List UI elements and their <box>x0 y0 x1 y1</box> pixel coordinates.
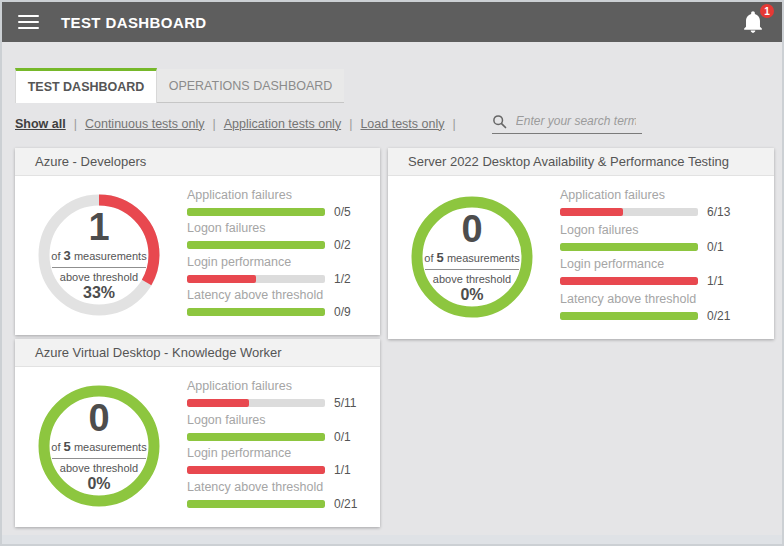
metric-row: Latency above threshold 0/21 <box>187 480 357 511</box>
tab-test-dashboard[interactable]: TEST DASHBOARD <box>15 68 157 103</box>
metric-bar <box>187 500 325 508</box>
metric-row: Logon failures 0/2 <box>187 221 354 252</box>
bottom-strip <box>2 535 782 544</box>
tab-operations-dashboard[interactable]: OPERATIONS DASHBOARD <box>157 69 344 103</box>
donut-chart: 0 of 5 measurements above threshold 0% <box>23 375 175 517</box>
metric-label: Application failures <box>187 188 354 202</box>
metric-bar <box>560 277 698 285</box>
topbar: TEST DASHBOARD 1 <box>2 2 782 42</box>
notification-count-badge: 1 <box>760 4 774 18</box>
metric-label: Logon failures <box>187 221 354 235</box>
metric-row: Latency above threshold 0/9 <box>187 288 354 319</box>
filter-continuous-tests[interactable]: Continuous tests only <box>85 117 205 131</box>
filter-separator: | <box>453 117 456 131</box>
test-card-azure-developers[interactable]: Azure - Developers 1 of 3 measurements a… <box>15 148 380 335</box>
metric-row: Logon failures 0/1 <box>560 223 748 254</box>
metric-bar <box>560 208 698 216</box>
filter-separator: | <box>74 117 77 131</box>
metric-bar <box>187 433 325 441</box>
notifications-button[interactable]: 1 <box>742 10 766 34</box>
metric-bar <box>187 308 325 316</box>
metric-value: 1/2 <box>334 272 351 286</box>
metric-label: Logon failures <box>187 413 357 427</box>
filter-show-all[interactable]: Show all <box>15 117 66 131</box>
card-body: 0 of 5 measurements above threshold 0% A… <box>388 176 774 339</box>
metric-label: Login performance <box>187 446 357 460</box>
metric-bar <box>187 275 325 283</box>
metrics-list: Application failures 6/13 Logon failures… <box>548 184 748 329</box>
donut-chart: 1 of 3 measurements above threshold 33% <box>23 184 175 325</box>
metric-value: 5/11 <box>334 396 356 410</box>
metric-label: Latency above threshold <box>187 480 357 494</box>
metric-value: 6/13 <box>707 205 730 219</box>
metric-bar <box>187 399 325 407</box>
filter-separator: | <box>349 117 352 131</box>
metric-label: Login performance <box>187 255 354 269</box>
app-title: TEST DASHBOARD <box>61 14 207 31</box>
metrics-list: Application failures 5/11 Logon failures… <box>175 375 357 517</box>
card-title: Azure Virtual Desktop - Knowledge Worker <box>15 339 380 367</box>
filter-separator: | <box>212 117 215 131</box>
metric-label: Latency above threshold <box>560 292 748 306</box>
metric-bar <box>560 243 698 251</box>
metric-value: 0/1 <box>334 430 351 444</box>
donut-chart: 0 of 5 measurements above threshold 0% <box>396 184 548 329</box>
card-title: Azure - Developers <box>15 148 380 176</box>
metric-label: Login performance <box>560 257 748 271</box>
hamburger-menu-icon[interactable] <box>18 15 39 29</box>
metric-value: 0/21 <box>707 309 730 323</box>
metric-bar <box>187 241 325 249</box>
metric-row: Application failures 6/13 <box>560 188 748 219</box>
metric-value: 0/2 <box>334 238 351 252</box>
filter-load-tests[interactable]: Load tests only <box>360 117 444 131</box>
dashboard-tabs: TEST DASHBOARD OPERATIONS DASHBOARD <box>15 68 344 103</box>
search-input[interactable] <box>514 113 638 129</box>
metric-row: Login performance 1/1 <box>187 446 357 477</box>
metric-row: Application failures 5/11 <box>187 379 357 410</box>
metric-label: Logon failures <box>560 223 748 237</box>
card-body: 0 of 5 measurements above threshold 0% A… <box>15 367 380 527</box>
metric-value: 0/5 <box>334 205 351 219</box>
metric-value: 1/1 <box>334 463 351 477</box>
search-icon <box>492 114 507 129</box>
metric-bar <box>560 312 698 320</box>
search-box <box>492 113 642 134</box>
metric-value: 0/1 <box>707 240 724 254</box>
metric-row: Logon failures 0/1 <box>187 413 357 444</box>
metric-row: Login performance 1/1 <box>560 257 748 288</box>
metric-row: Latency above threshold 0/21 <box>560 292 748 323</box>
test-card-avd-knowledge-worker[interactable]: Azure Virtual Desktop - Knowledge Worker… <box>15 339 380 527</box>
bell-icon <box>742 20 764 37</box>
metric-value: 0/21 <box>334 497 357 511</box>
metric-label: Application failures <box>187 379 357 393</box>
filter-application-tests[interactable]: Application tests only <box>224 117 341 131</box>
test-card-server-2022[interactable]: Server 2022 Desktop Availability & Perfo… <box>388 148 774 339</box>
metric-bar <box>187 466 325 474</box>
metric-label: Application failures <box>560 188 748 202</box>
metric-value: 1/1 <box>707 274 724 288</box>
filter-bar: Show all | Continuous tests only | Appli… <box>15 113 642 134</box>
card-title: Server 2022 Desktop Availability & Perfo… <box>388 148 774 176</box>
metrics-list: Application failures 0/5 Logon failures … <box>175 184 354 325</box>
metric-value: 0/9 <box>334 305 351 319</box>
metric-row: Application failures 0/5 <box>187 188 354 219</box>
metric-row: Login performance 1/2 <box>187 255 354 286</box>
card-body: 1 of 3 measurements above threshold 33% … <box>15 176 380 335</box>
metric-label: Latency above threshold <box>187 288 354 302</box>
test-dashboard-page: { "topbar": { "title": "TEST DASHBOARD",… <box>0 0 784 546</box>
metric-bar <box>187 208 325 216</box>
